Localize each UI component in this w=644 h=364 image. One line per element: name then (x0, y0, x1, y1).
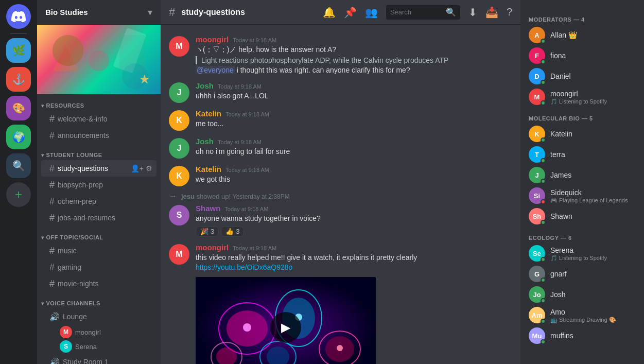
crown-icon-allan: 👑 (568, 31, 577, 39)
reaction-party-popper[interactable]: 🎉 3 (196, 226, 219, 237)
member-item-james-sidebar[interactable]: J James (525, 165, 640, 185)
download-icon[interactable]: ⬇ (468, 6, 477, 19)
msg-content-katelin-1: Katelin Today at 9:18 AM me too... (196, 109, 512, 131)
member-name-allan: Allan (550, 31, 566, 39)
msg-header-katelin-1: Katelin Today at 9:18 AM (196, 109, 512, 118)
system-arrow-icon: → (169, 192, 177, 201)
member-info-sidequick-sidebar: Sidequick 🎮 Playing League of Legends (550, 188, 636, 204)
msg-text-moongirl-2: this video really helped me!! give it a … (196, 253, 512, 263)
channel-ochem-prep[interactable]: # ochem-prep (41, 193, 156, 210)
member-info-muffins-sidebar: muffins (550, 331, 636, 340)
channel-header: # study-questions 🔔 📌 👥 🔍 ⬇ 📥 ? (161, 0, 520, 25)
msg-content-katelin-2: Katelin Today at 9:18 AM we got this (196, 165, 512, 186)
member-item-muffins-sidebar[interactable]: Mu muffins (525, 325, 640, 346)
category-student-lounge[interactable]: ▾ STUDENT LOUNGE (37, 144, 161, 160)
discord-home-icon[interactable] (6, 4, 31, 29)
voice-member-serena[interactable]: S Serena (41, 339, 156, 354)
settings-icon[interactable]: ⚙ (146, 164, 152, 172)
search-input[interactable] (390, 8, 442, 16)
add-server-button[interactable]: + (6, 182, 31, 207)
channel-movie-nights[interactable]: # movie-nights (41, 275, 156, 292)
channel-jobs-resumes[interactable]: # jobs-and-resumes (41, 210, 156, 226)
play-button[interactable]: ▶ (270, 312, 301, 343)
reaction-thumbsup[interactable]: 👍 3 (221, 226, 244, 237)
msg-author-moongirl-1[interactable]: moongirl (196, 35, 229, 44)
member-item-amo-sidebar[interactable]: Am Amo 📺 Streaming Drawing 🎨 (525, 305, 640, 325)
voice-channel-lounge[interactable]: 🔊 Lounge (41, 308, 156, 325)
server-icon-5[interactable]: 🔍 (6, 153, 31, 178)
member-item-fiona[interactable]: F fiona (525, 45, 640, 66)
video-embed[interactable]: ▶ (196, 277, 376, 364)
member-item-gnarf-sidebar[interactable]: G gnarf (525, 264, 640, 284)
channel-name-gaming: gaming (58, 263, 152, 271)
messages-area: M moongirl Today at 9:18 AM ヽ(；▽；)ノ help… (161, 25, 520, 364)
category-resources[interactable]: ▾ RESOURCES (37, 94, 161, 111)
member-item-moongirl-sidebar[interactable]: M moongirl 🎵 Listening to Spotify (525, 86, 640, 107)
header-icons: 🔔 📌 👥 🔍 ⬇ 📥 ? (323, 5, 512, 20)
channel-announcements[interactable]: # announcements (41, 127, 156, 144)
message-group-moongirl-2: M moongirl Today at 9:18 AM this video r… (161, 241, 520, 364)
msg-time-josh-1: Today at 9:18 AM (218, 83, 262, 90)
member-info-james-sidebar: James (550, 170, 636, 180)
voice-member-moongirl[interactable]: M moongirl (41, 325, 156, 339)
notifications-icon[interactable]: 🔔 (323, 6, 336, 19)
member-item-katelin-sidebar[interactable]: K Katelin (525, 124, 640, 144)
msg-content-josh-1: Josh Today at 9:18 AM uhhh i also got A.… (196, 81, 512, 103)
channel-welcome-info[interactable]: # welcome-&-info (41, 111, 156, 127)
msg-author-shawn-1[interactable]: Shawn (196, 204, 220, 213)
server-icon-bio[interactable]: 🌿 (6, 38, 31, 63)
server-icon-3[interactable]: 🎨 (6, 96, 31, 120)
member-item-daniel[interactable]: D Daniel (525, 66, 640, 86)
main-content: # study-questions 🔔 📌 👥 🔍 ⬇ 📥 ? M moongi… (161, 0, 520, 364)
channel-music[interactable]: # music (41, 242, 156, 259)
status-dot-sidequick (541, 199, 546, 204)
channel-gaming[interactable]: # gaming (41, 259, 156, 275)
msg-author-moongirl-2[interactable]: moongirl (196, 243, 229, 252)
server-header[interactable]: Bio Studies ▾ (37, 0, 161, 25)
msg-author-katelin-1[interactable]: Katelin (196, 109, 221, 118)
msg-author-josh-1[interactable]: Josh (196, 81, 214, 90)
inbox-icon[interactable]: 📥 (485, 6, 498, 19)
voice-channel-name-study-room: Study Room 1 (63, 358, 152, 364)
add-member-icon[interactable]: 👤+ (131, 164, 144, 172)
status-dot-daniel (541, 80, 546, 85)
category-label-resources: RESOURCES (46, 102, 84, 109)
server-icon-4[interactable]: 🌍 (6, 125, 31, 149)
category-off-topic[interactable]: ▾ OFF TOPIC/SOCIAL (37, 226, 161, 242)
msg-author-katelin-2[interactable]: Katelin (196, 165, 221, 174)
member-avatar-gnarf-sidebar: G (529, 266, 545, 282)
voice-channel-name-lounge: Lounge (63, 313, 152, 321)
member-name-daniel: Daniel (550, 72, 571, 80)
msg-author-josh-2[interactable]: Josh (196, 137, 214, 146)
member-name-terra-sidebar: terra (550, 150, 565, 159)
member-item-shawn-sidebar[interactable]: Sh Shawn (525, 206, 640, 227)
member-item-allan[interactable]: A Allan 👑 (525, 25, 640, 45)
pinned-messages-icon[interactable]: 📌 (344, 6, 357, 19)
members-icon[interactable]: 👥 (365, 6, 378, 19)
msg-header-moongirl-1: moongirl Today at 9:18 AM (196, 35, 512, 44)
member-item-terra-sidebar[interactable]: T terra (525, 144, 640, 165)
member-item-serena-sidebar[interactable]: Se Serena 🎵 Listening to Spotify (525, 243, 640, 264)
member-info-allan: Allan 👑 (550, 31, 636, 39)
help-icon[interactable]: ? (507, 6, 512, 18)
search-bar[interactable]: 🔍 (386, 5, 460, 20)
youtube-link[interactable]: https://youtu.be/OiDx6aQ928o (196, 263, 292, 271)
reaction-count-party: 3 (211, 228, 214, 235)
member-status-moongirl: 🎵 Listening to Spotify (550, 98, 636, 105)
member-info-fiona: fiona (550, 51, 636, 60)
reaction-emoji-thumbsup: 👍 (225, 228, 234, 235)
category-arrow-offtopic: ▾ (41, 235, 44, 240)
member-avatar-allan: A (529, 27, 545, 43)
server-icon-2[interactable]: ⚓ (6, 67, 31, 92)
msg-header-josh-2: Josh Today at 9:18 AM (196, 137, 512, 146)
category-voice-channels[interactable]: ▾ VOICE CHANNELS (37, 292, 161, 308)
member-item-sidequick-sidebar[interactable]: Si Sidequick 🎮 Playing League of Legends (525, 185, 640, 206)
channel-study-questions[interactable]: # study-questions 👤+ ⚙ (41, 160, 156, 177)
voice-channel-study-room-1[interactable]: 🔊 Study Room 1 (41, 354, 156, 364)
msg-header-josh-1: Josh Today at 9:18 AM (196, 81, 512, 90)
channel-biopsych-prep[interactable]: # biopsych-prep (41, 177, 156, 193)
member-item-josh-sidebar[interactable]: Jo Josh (525, 284, 640, 305)
member-info-daniel: Daniel (550, 72, 636, 81)
msg-text-moongirl-1b: @everyone i thought this was right. can … (196, 65, 512, 76)
message-group-josh-2: J Josh Today at 9:18 AM oh no i'm going … (161, 135, 520, 161)
